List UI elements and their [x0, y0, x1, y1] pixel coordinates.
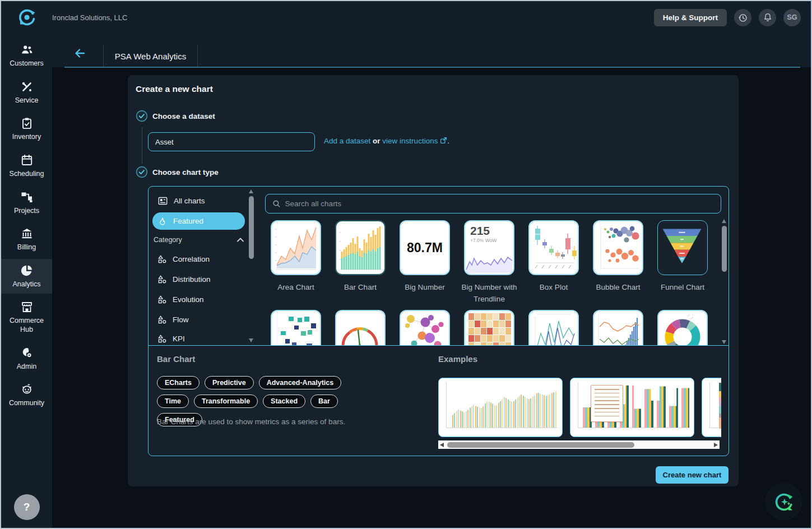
inventory-clipboard-icon	[20, 117, 34, 130]
gauge-thumbnail	[336, 311, 384, 345]
chart-card-funnel-chart[interactable]	[657, 220, 708, 275]
chart-card-row2[interactable]	[335, 310, 386, 345]
add-dataset-link[interactable]: Add a dataset	[324, 137, 370, 145]
nav-label: All charts	[174, 197, 205, 205]
area-chart-thumbnail	[272, 221, 320, 274]
help-fab[interactable]: ?	[14, 494, 40, 520]
chart-card-row2[interactable]	[464, 310, 514, 345]
graph-network-thumbnail	[401, 311, 449, 345]
chart-card-bubble-chart[interactable]	[593, 220, 643, 275]
sidebar-item-label: Community	[9, 399, 44, 408]
scroll-down-arrow[interactable]	[249, 338, 253, 342]
chart-card-row2[interactable]	[400, 310, 450, 345]
app-window: Ironclad Solutions, LLC Help & Support S…	[0, 0, 812, 529]
ai-sparkle-icon	[773, 491, 795, 513]
scroll-left-arrow[interactable]	[440, 443, 444, 447]
chart-card-row2[interactable]	[271, 310, 321, 345]
sidebar-item-inventory[interactable]: Inventory	[1, 112, 52, 147]
nav-category-correlation[interactable]: Correlation	[153, 250, 243, 267]
sidebar-item-community[interactable]: Community	[1, 378, 52, 413]
search-input[interactable]	[285, 199, 714, 208]
external-link-icon	[440, 137, 447, 144]
nav-label: Featured	[173, 217, 203, 225]
nav-scrollbar[interactable]	[248, 188, 255, 344]
nav-category-flow[interactable]: Flow	[153, 311, 243, 328]
example-chart-thin-bars[interactable]	[438, 378, 563, 437]
chart-card-label: Bubble Chart	[586, 282, 650, 294]
chart-type-selector: All charts Featured Category	[148, 186, 729, 456]
tab-separator	[197, 45, 198, 67]
sidebar-item-label: Customers	[10, 59, 43, 68]
sidebar-item-commerce-hub[interactable]: Commerce Hub	[1, 295, 52, 339]
view-instructions-link[interactable]: view instructions	[382, 137, 438, 145]
create-new-chart-button[interactable]: Create new chart	[656, 466, 729, 484]
chart-search[interactable]	[265, 194, 721, 214]
sentence-period: .	[447, 137, 449, 145]
nav-all-charts[interactable]: All charts	[153, 192, 243, 209]
trend-delta: +7.0% WoW	[470, 238, 497, 243]
nav-category-evolution[interactable]: Evolution	[153, 291, 243, 308]
step1-check-icon	[136, 110, 148, 122]
sidebar-item-scheduling[interactable]: Scheduling	[1, 149, 52, 184]
help-support-button[interactable]: Help & Support	[654, 9, 727, 26]
sidebar-item-projects[interactable]: Projects	[1, 185, 52, 221]
community-mascot-icon	[20, 383, 34, 396]
selector-divider	[149, 345, 729, 346]
grid-scrollbar[interactable]	[721, 218, 728, 345]
example-chart-stacked-bars[interactable]	[702, 378, 721, 437]
example-chart-grouped-bars[interactable]	[570, 378, 694, 437]
back-button[interactable]	[71, 47, 88, 61]
sidebar-item-label: Commerce Hub	[4, 317, 50, 334]
step2-label: Choose chart type	[152, 168, 219, 177]
brand-logo-icon	[17, 7, 37, 27]
schema-icon	[158, 295, 166, 304]
chart-card-row2[interactable]	[528, 310, 579, 345]
nav-featured[interactable]: Featured	[152, 212, 245, 230]
examples-scrollbar-thumb[interactable]	[447, 442, 634, 448]
sidebar-item-customers[interactable]: Customers	[1, 38, 52, 73]
notifications-button[interactable]	[759, 9, 776, 26]
scroll-up-arrow[interactable]	[249, 189, 253, 193]
topbar: Ironclad Solutions, LLC Help & Support S…	[1, 1, 812, 34]
chevron-up-icon	[236, 237, 244, 243]
dataset-input[interactable]	[148, 132, 315, 151]
scroll-down-arrow[interactable]	[722, 340, 726, 344]
chart-card-row2[interactable]	[593, 310, 643, 345]
sidebar-item-admin[interactable]: Admin	[1, 341, 52, 377]
nav-label: KPI	[173, 335, 185, 343]
grid-scrollbar-thumb[interactable]	[722, 226, 727, 272]
customers-icon	[20, 43, 34, 57]
scroll-up-arrow[interactable]	[722, 219, 726, 223]
schema-icon	[158, 315, 166, 324]
examples-scrollbar[interactable]	[438, 440, 720, 449]
app-logo[interactable]	[1, 7, 52, 27]
bubble-chart-thumbnail	[594, 221, 642, 274]
schema-icon	[158, 275, 166, 284]
scroll-right-arrow[interactable]	[714, 443, 718, 447]
sidebar-item-analytics[interactable]: Analytics	[1, 259, 52, 294]
example-stacked-column	[719, 383, 721, 429]
ai-assistant-button[interactable]	[765, 483, 802, 521]
chart-card-area-chart[interactable]	[271, 220, 321, 275]
user-avatar[interactable]: SG	[783, 9, 801, 26]
nav-category-header[interactable]: Category	[154, 236, 247, 244]
tab-underline	[64, 67, 800, 68]
tab-psa-web-analytics[interactable]: PSA Web Analytics	[104, 45, 197, 67]
nav-scrollbar-thumb[interactable]	[249, 196, 254, 259]
sidebar-item-service[interactable]: Service	[1, 75, 52, 110]
sidebar-item-billing[interactable]: Billing	[1, 222, 52, 257]
dataset-links: Add a dataset or view instructions .	[324, 137, 449, 145]
nav-category-distribution[interactable]: Distribution	[153, 271, 243, 287]
history-button[interactable]	[734, 9, 751, 26]
chart-card-bar-chart[interactable]	[335, 220, 386, 275]
schema-icon	[158, 335, 166, 343]
chart-card-row2[interactable]	[657, 310, 708, 345]
chart-card-box-plot[interactable]	[528, 220, 579, 275]
nav-category-kpi[interactable]: KPI	[153, 330, 243, 347]
tag-badge: Transformable	[194, 395, 258, 408]
chart-card-big-number-trendline[interactable]: 215 +7.0% WoW	[464, 220, 514, 275]
chart-grid: 80.7M 215 +7.0% WoW	[255, 187, 722, 345]
chart-card-label: Big Number	[393, 282, 457, 294]
chart-card-big-number[interactable]: 80.7M	[400, 220, 450, 275]
calendar-heatmap-thumbnail	[465, 311, 513, 345]
